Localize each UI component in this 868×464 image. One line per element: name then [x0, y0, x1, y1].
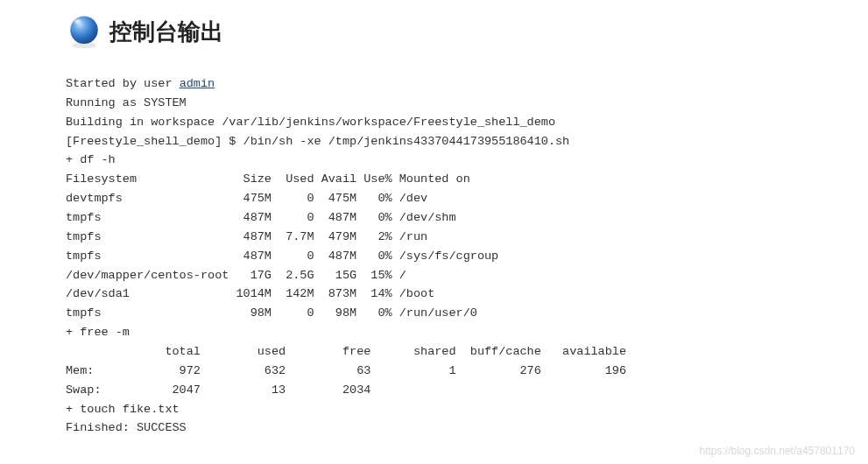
- blue-ball-icon: [66, 13, 102, 50]
- user-link[interactable]: admin: [180, 77, 215, 90]
- page-header: 控制台输出: [66, 13, 868, 50]
- watermark: https://blog.csdn.net/a457801170: [700, 445, 855, 457]
- page-title: 控制台输出: [109, 17, 223, 47]
- svg-point-2: [73, 18, 87, 29]
- console-body: Running as SYSTEM Building in workspace …: [66, 96, 626, 435]
- started-by-prefix: Started by user: [66, 77, 180, 90]
- console-output: Started by user admin Running as SYSTEM …: [66, 74, 868, 438]
